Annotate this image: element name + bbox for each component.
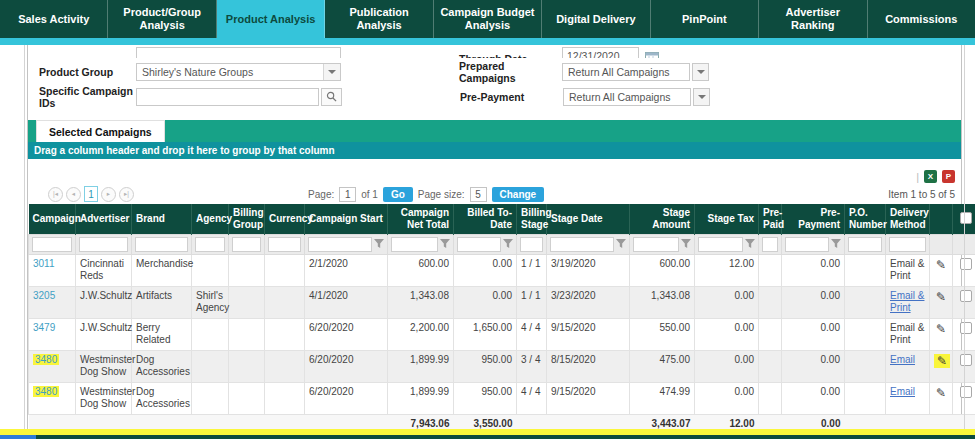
filter-input-advertiser[interactable] <box>79 237 128 252</box>
next-page-button[interactable]: ▸ <box>101 187 116 202</box>
group-by-drop-zone[interactable]: Drag a column header and drop it here to… <box>28 142 961 159</box>
filter-funnel-icon[interactable] <box>681 239 691 249</box>
col-header-currency[interactable]: Currency <box>265 204 305 234</box>
tab-digital-delivery[interactable]: Digital Delivery <box>542 0 650 38</box>
filter-input-pre-paid[interactable] <box>762 237 778 252</box>
edit-campaign-icon[interactable]: ✎ <box>936 386 946 400</box>
col-header-pre-payment[interactable]: Pre-Payment <box>782 204 845 234</box>
row-checkbox[interactable] <box>960 354 972 366</box>
filter-funnel-icon[interactable] <box>440 239 450 249</box>
chevron-down-icon[interactable] <box>693 88 710 106</box>
filter-input-campaign[interactable] <box>32 237 72 252</box>
col-header-agency[interactable]: Agency <box>192 204 229 234</box>
pre-payment-select[interactable]: Return All Campaigns <box>563 88 691 106</box>
export-pdf-icon[interactable]: P <box>942 170 955 183</box>
row-checkbox[interactable] <box>960 386 972 398</box>
page-number-input[interactable] <box>339 187 356 202</box>
delivery-method-link[interactable]: Email & Print <box>890 290 924 314</box>
select-all-checkbox[interactable] <box>960 212 972 224</box>
edit-campaign-icon[interactable]: ✎ <box>936 290 946 304</box>
campaign-id-link[interactable]: 3205 <box>33 290 55 301</box>
filter-input-net-total[interactable] <box>391 237 438 252</box>
last-page-button[interactable]: ▸| <box>119 187 134 202</box>
col-header-po-number[interactable]: P.O. Number <box>845 204 886 234</box>
chevron-down-icon[interactable] <box>323 64 340 80</box>
edit-campaign-icon[interactable]: ✎ <box>934 354 950 368</box>
filter-input-brand[interactable] <box>135 237 188 252</box>
tab-product-group-analysis[interactable]: Product/Group Analysis <box>108 0 216 38</box>
filter-funnel-icon[interactable] <box>503 239 513 249</box>
edit-campaign-icon[interactable]: ✎ <box>936 258 946 272</box>
tab-pinpoint[interactable]: PinPoint <box>651 0 759 38</box>
specific-campaign-ids-input[interactable] <box>136 88 319 106</box>
filter-input-billing-stage[interactable] <box>520 237 543 252</box>
tab-product-analysis[interactable]: Product Analysis <box>217 0 325 38</box>
chevron-down-icon[interactable] <box>692 63 709 81</box>
tab-selected-campaigns[interactable]: Selected Campaigns <box>36 120 165 142</box>
filter-input-billing-group[interactable] <box>232 237 261 252</box>
campaign-id-link[interactable]: 3480 <box>33 354 59 365</box>
page-size-input[interactable] <box>470 187 487 202</box>
filter-input-delivery[interactable] <box>889 237 926 252</box>
tab-commissions[interactable]: Commissions <box>868 0 975 38</box>
filter-funnel-icon[interactable] <box>374 239 384 249</box>
col-header-edit[interactable] <box>930 204 953 234</box>
current-page-button[interactable]: 1 <box>84 186 98 202</box>
prev-page-button[interactable]: ◂ <box>66 187 81 202</box>
product-group-select[interactable]: Shirley's Nature Groups <box>136 63 341 81</box>
filter-input-stage-amount[interactable] <box>633 237 679 252</box>
tab-publication-analysis[interactable]: Publication Analysis <box>325 0 433 38</box>
row-checkbox[interactable] <box>960 290 972 302</box>
filter-input-po-number[interactable] <box>848 237 882 252</box>
filter-funnel-icon[interactable] <box>616 239 626 249</box>
col-header-stage-date[interactable]: Stage Date <box>547 204 630 234</box>
cell-currency <box>265 350 305 382</box>
col-header-brand[interactable]: Brand <box>132 204 192 234</box>
prepared-campaigns-label: Prepared Campaigns <box>459 60 562 84</box>
tab-campaign-budget-analysis[interactable]: Campaign Budget Analysis <box>434 0 542 38</box>
go-button[interactable]: Go <box>383 187 413 202</box>
filter-funnel-icon[interactable] <box>745 239 755 249</box>
col-header-delivery[interactable]: Delivery Method <box>886 204 930 234</box>
row-checkbox[interactable] <box>960 258 972 270</box>
cell-campaign-start: 6/20/2020 <box>305 350 388 382</box>
change-button[interactable]: Change <box>492 187 545 202</box>
row-checkbox[interactable] <box>960 322 972 334</box>
filter-input-campaign-start[interactable] <box>308 237 372 252</box>
tab-advertiser-ranking[interactable]: Advertiser Ranking <box>759 0 867 38</box>
col-header-campaign[interactable]: Campaign <box>29 204 76 234</box>
filter-input-currency[interactable] <box>268 237 301 252</box>
filter-funnel-icon[interactable] <box>831 239 841 249</box>
campaign-id-link[interactable]: 3011 <box>33 258 55 269</box>
filter-input-pre-payment[interactable] <box>785 237 829 252</box>
search-icon[interactable] <box>321 88 342 106</box>
cell-po-number <box>845 382 886 414</box>
col-header-pre-paid[interactable]: Pre-Paid <box>759 204 782 234</box>
col-header-stage-tax[interactable]: Stage Tax <box>695 204 759 234</box>
col-header-billed-to-date[interactable]: Billed To-Date <box>454 204 517 234</box>
filter-input-agency[interactable] <box>195 237 225 252</box>
col-header-stage-amount[interactable]: Stage Amount <box>630 204 695 234</box>
select-all-header[interactable] <box>953 204 975 234</box>
through-date-input[interactable] <box>562 47 639 58</box>
cell-net-total: 1,899.99 <box>388 382 454 414</box>
col-header-billing-stage[interactable]: Billing Stage <box>517 204 547 234</box>
col-header-billing-group[interactable]: Billing Group <box>229 204 265 234</box>
campaign-id-link[interactable]: 3479 <box>33 322 55 333</box>
col-header-campaign-start[interactable]: Campaign Start <box>305 204 388 234</box>
export-excel-icon[interactable]: X <box>924 170 937 183</box>
tab-sales-activity[interactable]: Sales Activity <box>0 0 108 38</box>
calendar-icon[interactable] <box>645 50 661 58</box>
filter-input-stage-date[interactable] <box>550 237 614 252</box>
campaign-id-link[interactable]: 3480 <box>33 386 59 397</box>
prepared-campaigns-select[interactable]: Return All Campaigns <box>562 63 690 81</box>
delivery-method-link[interactable]: Email <box>890 386 915 397</box>
col-header-net-total[interactable]: Campaign Net Total <box>388 204 454 234</box>
first-page-button[interactable]: |◂ <box>48 187 63 202</box>
edit-campaign-icon[interactable]: ✎ <box>936 322 946 336</box>
filter-input-billed-to-date[interactable] <box>457 237 501 252</box>
filter-input-stage-tax[interactable] <box>698 237 743 252</box>
col-header-advertiser[interactable]: Advertiser <box>76 204 132 234</box>
delivery-method-link[interactable]: Email <box>890 354 915 365</box>
cropped-filter-input[interactable] <box>136 47 341 58</box>
